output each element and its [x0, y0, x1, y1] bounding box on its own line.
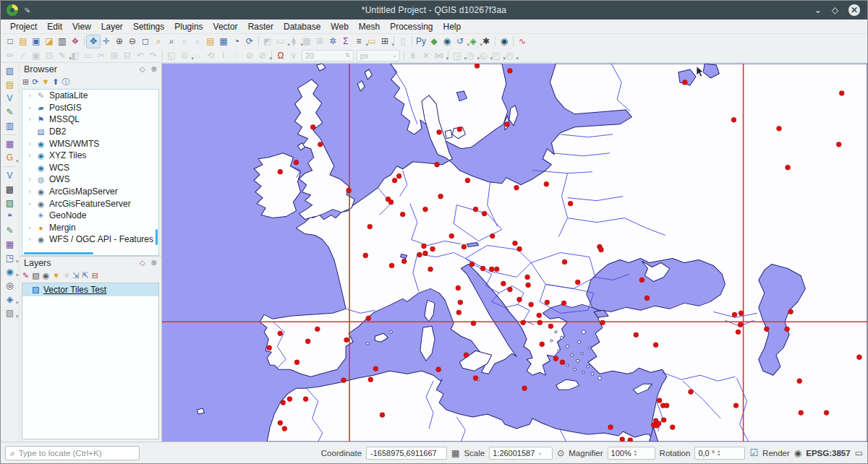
expand-chevron-icon[interactable]: ›: [27, 188, 33, 195]
menu-web[interactable]: Web: [326, 20, 353, 33]
browser-item-geonode[interactable]: ✳GeoNode: [22, 210, 158, 222]
zoom-full-button[interactable]: ◻: [139, 35, 152, 48]
python-console-button[interactable]: Py: [414, 35, 427, 48]
lock-scale-icon[interactable]: ⊙: [557, 448, 564, 458]
add-raster-layer-button[interactable]: V: [3, 92, 17, 105]
menu-raster[interactable]: Raster: [243, 20, 278, 33]
open-project-button[interactable]: ▤: [17, 35, 30, 48]
enable-snapping-button[interactable]: Ω: [274, 49, 287, 61]
undo-dropdown-button[interactable]: ↺▾: [454, 35, 467, 48]
browser-item-postgis[interactable]: ›▰PostGIS: [22, 102, 158, 114]
map-canvas[interactable]: [162, 63, 867, 442]
unit-combo[interactable]: px⌄: [357, 50, 400, 61]
refresh-browser-button[interactable]: ⟳: [32, 77, 38, 87]
crs-globe-icon[interactable]: ◉: [794, 448, 801, 458]
menu-processing[interactable]: Processing: [385, 20, 438, 33]
browser-vscrollbar[interactable]: [156, 229, 158, 245]
minimize-icon[interactable]: ⌄: [814, 5, 822, 15]
new-virtual-layer-button[interactable]: ▦: [3, 238, 17, 251]
extents-icon[interactable]: ▦: [451, 448, 459, 458]
new-bookmark-button[interactable]: ▤: [204, 35, 217, 48]
layers-close-icon[interactable]: ⊗: [151, 259, 157, 267]
browser-item-arcgismapserver[interactable]: ›◉ArcGisMapServer: [22, 186, 158, 198]
filter-browser-button[interactable]: ▼: [41, 77, 49, 86]
browser-item-db2[interactable]: ▤DB2: [22, 126, 158, 138]
zoom-out-button[interactable]: ⊖: [126, 35, 139, 48]
menu-mesh[interactable]: Mesh: [354, 20, 385, 33]
filter-legend-button[interactable]: ▼: [52, 271, 60, 280]
new-layout-button[interactable]: ▥: [56, 35, 69, 48]
layers-float-icon[interactable]: ◇: [140, 259, 145, 267]
menu-vector[interactable]: Vector: [208, 20, 243, 33]
osm-place-search-button[interactable]: ◉: [498, 35, 511, 48]
expand-chevron-icon[interactable]: ›: [27, 140, 33, 147]
add-virtual-layer-button[interactable]: ▦: [3, 137, 17, 150]
title-bar[interactable]: ✑ *Untitled Project - QGIS d10267f3aa ⌄ …: [1, 1, 867, 20]
new-shapefile-layer-button[interactable]: V: [3, 169, 17, 182]
open-field-calculator-button[interactable]: ✲: [326, 35, 339, 48]
menu-edit[interactable]: Edit: [42, 20, 67, 33]
layer-item[interactable]: Vector Tiles Test: [22, 283, 158, 296]
browser-float-icon[interactable]: ◇: [140, 65, 145, 73]
profile-tool-button[interactable]: ∿: [516, 35, 529, 48]
data-source-manager-button[interactable]: ▧: [3, 64, 17, 77]
grass-tools-button[interactable]: G▾: [3, 151, 17, 164]
add-delimited-text-button[interactable]: ▥: [3, 119, 17, 132]
add-wfs-layer-button[interactable]: ◈▾: [3, 293, 17, 306]
pan-to-selection-button[interactable]: ✛: [100, 35, 113, 48]
new-geopackage-layer-button[interactable]: ❝: [3, 210, 17, 223]
coordinate-input[interactable]: -1658975,6911667: [366, 447, 447, 460]
map-tips-button[interactable]: ▭: [365, 35, 378, 48]
expand-chevron-icon[interactable]: ›: [27, 116, 33, 123]
menu-project[interactable]: Project: [5, 20, 42, 33]
expand-chevron-icon[interactable]: ›: [27, 104, 33, 111]
add-mesh-layer-button[interactable]: ✎: [3, 106, 17, 119]
browser-item-wfs-ogc-api-features[interactable]: ›◉WFS / OGC API - Features: [22, 233, 158, 246]
browser-item-ows[interactable]: ›◍OWS: [22, 173, 158, 186]
temporal-controller-button[interactable]: ◔: [230, 35, 243, 48]
map-svg[interactable]: [162, 64, 867, 442]
collapse-all-button[interactable]: ⬆: [52, 77, 59, 87]
expand-chevron-icon[interactable]: ›: [27, 200, 33, 207]
toggle-visibility-button[interactable]: ◉: [43, 271, 50, 280]
crs-value[interactable]: EPSG:3857: [806, 449, 850, 457]
zoom-in-button[interactable]: ⊕: [113, 35, 126, 48]
zoom-to-layer-button[interactable]: ⌕: [165, 35, 178, 48]
show-bookmarks-button[interactable]: ▦: [217, 35, 230, 48]
expand-all-button[interactable]: ⇲: [72, 271, 79, 280]
magnifier-spinbox[interactable]: 100%▴▾: [608, 447, 655, 460]
browser-item-arcgisfeatureserver[interactable]: ›◉ArcGisFeatureServer: [22, 197, 158, 210]
browser-item-spatialite[interactable]: ›✎SpatiaLite: [22, 90, 158, 102]
browser-item-wms-wmts[interactable]: ›◉WMS/WMTS: [22, 137, 158, 150]
new-grid-button[interactable]: ▨: [3, 197, 17, 210]
add-vector-layer-button[interactable]: ▤: [3, 78, 17, 91]
save-as-button[interactable]: ◪: [43, 35, 56, 48]
locate-search-input[interactable]: ⌕ Type to locate (Ctrl+K): [5, 446, 140, 460]
filter-by-expression-button[interactable]: ✳: [63, 271, 69, 280]
add-layer-dropdown-button[interactable]: ◈▾: [467, 35, 480, 48]
browser-close-icon[interactable]: ⊗: [151, 65, 157, 73]
browser-item-mergin[interactable]: ›●Mergin: [22, 222, 158, 234]
expand-chevron-icon[interactable]: ›: [27, 236, 33, 243]
remove-layer-button[interactable]: ⊟: [92, 271, 98, 280]
plugins-button[interactable]: ◆: [427, 35, 441, 48]
add-arcgis-layer-button[interactable]: ▧▾: [3, 306, 17, 319]
style-manager-button[interactable]: ❖: [69, 35, 82, 48]
new-map-view-button[interactable]: ⊞▾: [378, 35, 391, 48]
menu-layer[interactable]: Layer: [96, 20, 128, 33]
maximize-icon[interactable]: ◇: [832, 5, 838, 15]
close-icon[interactable]: ✕: [848, 4, 860, 16]
zoom-to-selection-button[interactable]: ⌕: [152, 35, 165, 48]
new-project-button[interactable]: □: [4, 35, 17, 48]
pan-map-button[interactable]: ✥: [87, 35, 100, 48]
expand-chevron-icon[interactable]: ›: [27, 224, 33, 231]
expand-chevron-icon[interactable]: ›: [27, 92, 33, 99]
expand-chevron-icon[interactable]: ›: [27, 176, 33, 183]
collapse-all-layers-button[interactable]: ⇱: [82, 271, 89, 280]
statistics-summary-button[interactable]: Σ: [339, 35, 352, 48]
expand-chevron-icon[interactable]: ›: [27, 152, 33, 159]
refresh-map-button[interactable]: ⟳: [243, 35, 256, 48]
browser-hscrollbar[interactable]: [24, 252, 93, 254]
browser-item-xyz-tiles[interactable]: ›◉XYZ Tiles: [22, 150, 158, 162]
menu-help[interactable]: Help: [438, 20, 467, 33]
